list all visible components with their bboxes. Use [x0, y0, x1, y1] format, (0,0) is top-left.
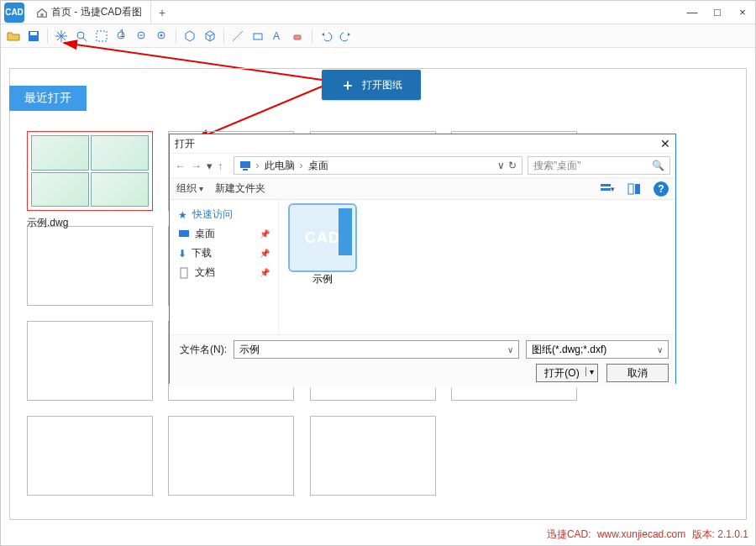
add-tab-button[interactable]: +: [151, 6, 173, 19]
file-type-select[interactable]: 图纸(*.dwg;*.dxf)∨: [526, 340, 669, 359]
pin-icon: 📌: [260, 249, 270, 258]
svg-rect-18: [635, 184, 640, 194]
svg-rect-15: [601, 184, 611, 186]
measure-line-icon[interactable]: [228, 27, 247, 45]
zoom-region-icon[interactable]: [72, 27, 91, 45]
cad-file-icon: CAD: [290, 205, 355, 270]
thumbnail-item[interactable]: [27, 131, 153, 211]
nav-history-dropdown[interactable]: ▾: [207, 160, 213, 172]
minimize-button[interactable]: —: [680, 6, 705, 18]
open-file-icon[interactable]: [4, 27, 23, 45]
filename-label: 文件名(N):: [176, 343, 227, 357]
annotate-icon[interactable]: A: [269, 27, 287, 45]
organize-menu[interactable]: 组织: [176, 181, 203, 196]
close-button[interactable]: ×: [730, 6, 755, 18]
measure-rect-icon[interactable]: [249, 27, 267, 45]
nav-forward-button[interactable]: →: [191, 160, 202, 172]
footer-url[interactable]: www.xunjiecad.com: [597, 528, 685, 540]
search-input[interactable]: 搜索"桌面" 🔍: [528, 156, 670, 175]
title-bar: CAD 首页 - 迅捷CAD看图 + — □ ×: [1, 1, 755, 24]
chevron-right-icon: ›: [300, 160, 303, 171]
svg-rect-17: [628, 184, 633, 194]
dialog-bottom: 文件名(N): 示例∨ 图纸(*.dwg;*.dxf)∨ 打开(O) 取消: [170, 334, 675, 387]
chevron-right-icon: ›: [256, 160, 260, 171]
filename-input[interactable]: 示例∨: [234, 340, 519, 359]
thumbnail-empty[interactable]: [27, 226, 153, 306]
svg-text:1: 1: [119, 29, 125, 39]
footer-version-label: 版本:: [692, 528, 715, 540]
nav-quick-access[interactable]: ★快速访问: [173, 205, 275, 224]
svg-rect-13: [240, 161, 250, 168]
svg-rect-14: [243, 169, 248, 171]
nav-documents[interactable]: 文档📌: [173, 263, 275, 282]
preview-pane-button[interactable]: [627, 181, 642, 197]
help-icon[interactable]: ?: [654, 181, 669, 197]
toolbar-separator: [223, 29, 224, 44]
app-logo: CAD: [4, 3, 24, 23]
thumbnail-empty[interactable]: [27, 321, 153, 401]
nav-buttons: ← → ▾ ↑: [170, 160, 228, 172]
path-dropdown-icon[interactable]: ∨: [497, 160, 505, 171]
file-label: 示例: [284, 272, 361, 286]
search-icon: 🔍: [652, 160, 664, 171]
toolbar-separator: [47, 29, 48, 44]
thumbnail-empty[interactable]: [310, 416, 436, 496]
dialog-file-list[interactable]: CAD 示例: [279, 200, 675, 334]
svg-text:A: A: [273, 30, 280, 42]
cancel-button[interactable]: 取消: [606, 364, 669, 382]
pin-icon: 📌: [260, 229, 270, 239]
thumbnail-empty[interactable]: [168, 416, 294, 496]
svg-point-2: [77, 32, 84, 39]
tab-home[interactable]: 首页 - 迅捷CAD看图: [28, 1, 151, 24]
breadcrumb-seg[interactable]: 此电脑: [265, 159, 295, 173]
undo-icon[interactable]: [317, 27, 335, 45]
dialog-toolbar: 组织 新建文件夹 ▾ ?: [170, 178, 675, 200]
new-folder-button[interactable]: 新建文件夹: [215, 181, 265, 196]
selection-icon[interactable]: [92, 27, 111, 45]
dialog-title: 打开: [175, 137, 195, 151]
maximize-button[interactable]: □: [705, 6, 730, 18]
tab-title: 首页 - 迅捷CAD看图: [51, 5, 142, 19]
open-file-dialog: 打开 ✕ ← → ▾ ↑ › 此电脑 › 桌面 ∨↻ 搜索"桌面" 🔍 组织 新…: [169, 134, 676, 384]
save-icon[interactable]: [24, 27, 43, 45]
view3d-icon[interactable]: [181, 27, 199, 45]
dialog-titlebar: 打开 ✕: [170, 134, 675, 153]
home-icon: [36, 7, 48, 18]
breadcrumb-seg[interactable]: 桌面: [308, 159, 328, 173]
download-icon: ⬇: [178, 248, 186, 260]
nav-back-button[interactable]: ←: [175, 160, 186, 172]
svg-rect-19: [179, 230, 189, 237]
redo-icon[interactable]: [337, 27, 355, 45]
search-placeholder: 搜索"桌面": [533, 159, 581, 173]
zoom-in-icon[interactable]: [153, 27, 171, 45]
footer-version: 2.1.0.1: [717, 528, 748, 540]
eraser-icon[interactable]: [289, 27, 307, 45]
view3d-wire-icon[interactable]: [201, 27, 219, 45]
main-toolbar: 1 A: [1, 24, 755, 48]
svg-rect-16: [601, 188, 611, 191]
dialog-nav-pane: ★快速访问 桌面📌 ⬇下载📌 文档📌: [170, 200, 279, 334]
dialog-body: ★快速访问 桌面📌 ⬇下载📌 文档📌 CAD 示例: [170, 200, 675, 334]
desktop-icon: [178, 228, 190, 240]
dialog-address-bar: ← → ▾ ↑ › 此电脑 › 桌面 ∨↻ 搜索"桌面" 🔍: [170, 153, 675, 178]
breadcrumb[interactable]: › 此电脑 › 桌面 ∨↻: [234, 156, 523, 175]
monitor-icon: [239, 160, 251, 171]
dialog-close-button[interactable]: ✕: [660, 137, 670, 150]
open-button[interactable]: 打开(O): [536, 364, 598, 382]
recent-title: 最近打开: [9, 86, 87, 111]
nav-desktop[interactable]: 桌面📌: [173, 224, 275, 244]
file-item[interactable]: CAD 示例: [284, 205, 361, 286]
zoom-out-icon[interactable]: [133, 27, 151, 45]
nav-up-button[interactable]: ↑: [218, 160, 223, 172]
refresh-icon[interactable]: ↻: [508, 160, 517, 171]
thumbnail-empty[interactable]: [27, 416, 153, 496]
pan-icon[interactable]: [52, 27, 71, 45]
zoom-fit-icon[interactable]: 1: [113, 27, 131, 45]
svg-rect-1: [30, 32, 37, 35]
document-icon: [178, 267, 190, 279]
view-mode-button[interactable]: ▾: [600, 181, 615, 197]
pin-icon: 📌: [260, 268, 270, 277]
footer-brand: 迅捷CAD:: [547, 528, 591, 540]
toolbar-separator: [312, 29, 312, 44]
nav-downloads[interactable]: ⬇下载📌: [173, 244, 275, 263]
